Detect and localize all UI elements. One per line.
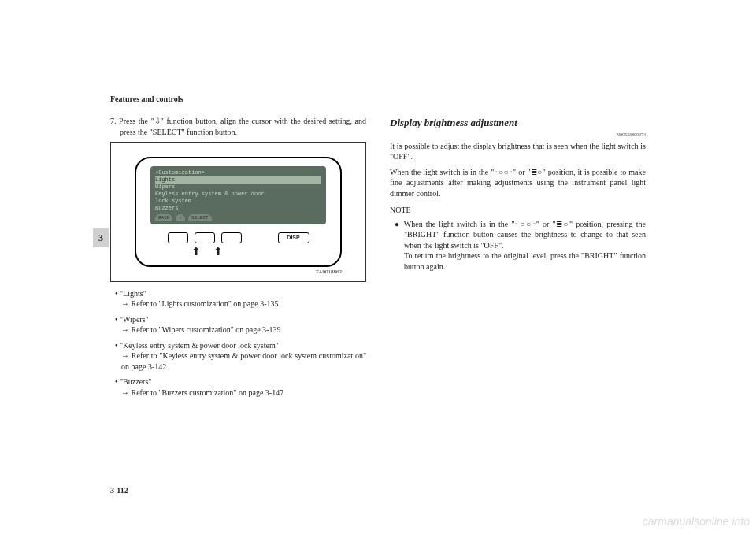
refer-lights: → Refer to "Lights customization" on pag… — [121, 299, 366, 310]
right-column: Display brightness adjustment N005338000… — [390, 116, 646, 398]
screen-item-lock: lock system — [155, 198, 321, 205]
page-number: 3-112 — [110, 486, 128, 495]
doc-code: N00533800074 — [390, 132, 646, 138]
diagram-id: TA0018862 — [135, 269, 342, 276]
note-continuation: To return the brightness to the original… — [404, 250, 646, 272]
screen-item-lights: Lights — [155, 176, 321, 184]
screen-item-buzzers: Buzzers — [155, 205, 321, 212]
soft-select: SELECT — [188, 214, 212, 222]
screen-soft-buttons: BACK ⇩ SELECT — [155, 214, 321, 222]
screen-bezel: <Customization> Lights Wipers Keyless en… — [135, 157, 342, 267]
chapter-tab: 3 — [93, 228, 109, 247]
bullet-lights: • "Lights" — [121, 288, 366, 299]
bullet-keyless: • "Keyless entry system & power door loc… — [121, 340, 366, 351]
step-7-text: 7. Press the "⇩" function button, align … — [120, 116, 366, 137]
refer-wipers: → Refer to "Wipers customization" on pag… — [121, 324, 366, 336]
watermark: carmanualsonline.info — [643, 515, 750, 528]
screen-item-wipers: Wipers — [155, 184, 321, 191]
refer-buzzers: → Refer to "Buzzers customization" on pa… — [121, 388, 366, 399]
screen-content: <Customization> Lights Wipers Keyless en… — [150, 166, 326, 224]
physical-buttons: DISP — [150, 232, 326, 243]
brightness-heading: Display brightness adjustment — [390, 116, 646, 130]
bullet-wipers: • "Wipers" — [121, 314, 366, 325]
manual-page: Features and controls 7. Press the "⇩" f… — [0, 0, 756, 534]
phys-button-1 — [168, 232, 188, 243]
bullet-buzzers: • "Buzzers" — [121, 376, 366, 388]
up-arrow-icon: ⬆ — [213, 247, 223, 258]
two-columns: 7. Press the "⇩" function button, align … — [110, 116, 646, 398]
refer-keyless: → Refer to "Keyless entry system & power… — [121, 350, 366, 372]
display-diagram: <Customization> Lights Wipers Keyless en… — [110, 142, 366, 282]
left-column: 7. Press the "⇩" function button, align … — [110, 116, 366, 398]
para-1: It is possible to adjust the display bri… — [390, 141, 646, 162]
screen-item-keyless: Keyless entry system & power door — [155, 191, 321, 198]
para-2: When the light switch is in the "⁃○○⁃" o… — [390, 167, 646, 199]
note-bullet: ● When the light switch is in the "⁃○○⁃"… — [404, 219, 646, 251]
section-header: Features and controls — [110, 95, 646, 103]
up-arrow-icon: ⬆ — [191, 247, 201, 258]
note-title: NOTE — [390, 205, 646, 216]
pointer-arrows: ⬆ ⬆ — [191, 247, 326, 258]
soft-down: ⇩ — [176, 214, 185, 222]
soft-back: BACK — [155, 214, 172, 222]
disp-button: DISP — [278, 232, 309, 243]
phys-button-2 — [195, 232, 215, 243]
screen-title: <Customization> — [155, 169, 321, 176]
phys-button-3 — [221, 232, 242, 243]
